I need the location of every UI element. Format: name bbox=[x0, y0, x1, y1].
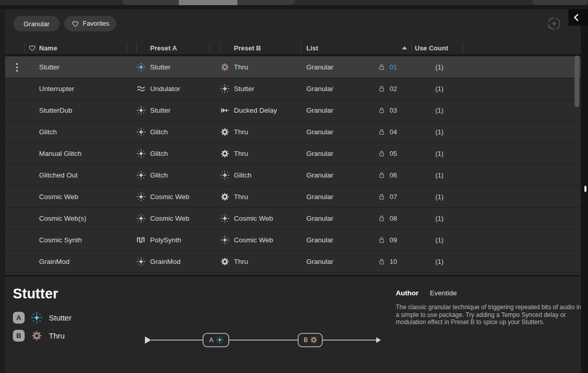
chevron-left-icon bbox=[572, 12, 582, 23]
preset-name-cell: Stutter bbox=[39, 57, 60, 78]
sort-ascending-icon[interactable] bbox=[402, 46, 407, 49]
list-cell: Granular bbox=[306, 78, 334, 99]
slot-number-cell: 09 bbox=[390, 229, 397, 251]
preset-b-cell: Thru bbox=[234, 251, 248, 272]
flow-node-b bbox=[298, 333, 322, 347]
author-label: Author bbox=[396, 289, 418, 297]
lock-icon bbox=[378, 85, 385, 92]
table-row[interactable]: Cosmic SynthPolySynthCosmic WebGranular0… bbox=[5, 229, 581, 251]
preset-b-icon-cell bbox=[220, 121, 229, 143]
preset-b-cell: Cosmic Web bbox=[234, 229, 273, 251]
filter-chip-favorites[interactable]: Favorites bbox=[64, 16, 116, 31]
row-menu-button[interactable] bbox=[11, 186, 23, 207]
slot-badge-b: B bbox=[13, 330, 25, 342]
table-row[interactable]: Manual GlitchGlitchThruGranular05(1) bbox=[5, 143, 581, 165]
flow-input-arrow bbox=[145, 336, 151, 344]
locked-cell bbox=[378, 208, 385, 229]
locked-cell bbox=[378, 165, 385, 186]
table-row[interactable]: Glitched OutGlitchGlitchGranular06(1) bbox=[5, 165, 581, 186]
row-menu-button[interactable] bbox=[11, 229, 23, 251]
header-separator bbox=[24, 43, 25, 53]
use-count-cell: (1) bbox=[435, 229, 444, 251]
locked-cell bbox=[378, 78, 385, 99]
table-row[interactable]: Cosmic WebCosmic WebThruGranular07(1) bbox=[5, 186, 581, 208]
header-separator bbox=[219, 43, 220, 53]
slot-number-cell: 06 bbox=[390, 165, 397, 186]
table-scrollbar-thumb[interactable] bbox=[575, 56, 579, 107]
top-tab-strip bbox=[0, 0, 588, 5]
row-menu-button[interactable] bbox=[11, 143, 23, 164]
list-cell: Granular bbox=[306, 143, 334, 164]
table-row[interactable]: GrainModGrainModThruGranular10(1) bbox=[5, 251, 581, 273]
sparkle-icon bbox=[137, 192, 145, 201]
row-menu-button[interactable] bbox=[11, 165, 23, 186]
slot-number-cell: 04 bbox=[390, 121, 397, 143]
list-cell: Granular bbox=[306, 251, 334, 272]
collapse-panel-button[interactable] bbox=[568, 9, 588, 26]
slot-number-cell: 01 bbox=[390, 57, 397, 78]
list-column-header[interactable]: List bbox=[306, 40, 318, 56]
view-segmented-control[interactable] bbox=[122, 0, 296, 5]
slot-preset-name: Stutter bbox=[49, 313, 71, 322]
table-row[interactable]: GlitchGlitchThruGranular04(1) bbox=[5, 121, 581, 143]
preset-b-cell: Glitch bbox=[234, 165, 252, 186]
heart-icon bbox=[28, 44, 36, 52]
row-menu-button[interactable] bbox=[11, 100, 23, 121]
preset-a-column-header[interactable]: Preset A bbox=[150, 40, 177, 56]
slot-number-cell: 05 bbox=[390, 143, 397, 164]
row-menu-button[interactable] bbox=[11, 78, 23, 99]
active-segment[interactable] bbox=[179, 0, 237, 5]
table-row[interactable]: StutterDubStutterDucked DelayGranular03(… bbox=[5, 100, 581, 121]
heart-icon bbox=[71, 20, 79, 28]
preset-b-icon-cell bbox=[220, 229, 229, 251]
name-column-header[interactable]: Name bbox=[39, 40, 57, 56]
signal-flow-svg: A B bbox=[144, 324, 384, 355]
locked-cell bbox=[378, 186, 385, 207]
detail-slot-b: BThru bbox=[13, 329, 65, 342]
preset-browser-window: GranularFavorites Name Preset A Preset B… bbox=[0, 0, 588, 373]
top-right-pill[interactable] bbox=[532, 0, 588, 5]
use-count-cell: (1) bbox=[435, 208, 444, 229]
preset-name-cell: Cosmic Synth bbox=[39, 229, 82, 251]
locked-cell bbox=[378, 100, 385, 121]
chip-label: Granular bbox=[24, 20, 50, 28]
slot-badge-a: A bbox=[13, 312, 25, 324]
preset-name-cell: Glitched Out bbox=[39, 165, 78, 186]
header-separator bbox=[411, 43, 412, 53]
sparkle-icon bbox=[137, 171, 145, 180]
preset-b-icon-cell bbox=[220, 57, 229, 78]
locked-cell bbox=[378, 143, 385, 164]
favorite-column-header[interactable] bbox=[28, 40, 36, 56]
flow-output-arrow bbox=[376, 338, 381, 343]
list-cell: Granular bbox=[306, 57, 334, 78]
table-row[interactable]: Cosmic Web(s)Cosmic WebCosmic WebGranula… bbox=[5, 208, 581, 229]
preset-b-icon-cell bbox=[220, 143, 229, 164]
preset-b-column-header[interactable]: Preset B bbox=[234, 40, 261, 56]
sparkle-icon bbox=[220, 84, 229, 93]
sparkle-icon bbox=[137, 214, 145, 223]
squarewave-icon bbox=[137, 236, 145, 244]
preset-name-cell: StutterDub bbox=[39, 100, 72, 121]
use-count-cell: (1) bbox=[435, 100, 444, 121]
row-menu-button[interactable] bbox=[11, 208, 23, 229]
author-row: Author Eventide bbox=[396, 289, 457, 297]
row-menu-button[interactable] bbox=[11, 121, 23, 143]
preset-a-cell: Glitch bbox=[150, 165, 168, 186]
preset-browser-panel: GranularFavorites Name Preset A Preset B… bbox=[5, 9, 581, 373]
row-menu-button[interactable] bbox=[11, 57, 23, 78]
locked-cell bbox=[378, 57, 385, 78]
sync-presets-button[interactable] bbox=[545, 14, 563, 33]
use-count-column-header[interactable]: Use Count bbox=[415, 40, 448, 56]
preset-a-icon-cell bbox=[137, 251, 145, 272]
table-row[interactable]: StutterStutterThruGranular01(1) bbox=[5, 57, 581, 78]
preset-b-cell: Stutter bbox=[234, 78, 254, 99]
preset-a-icon-cell bbox=[137, 165, 145, 186]
header-separator bbox=[463, 43, 463, 53]
lock-icon bbox=[378, 172, 385, 179]
gear-icon bbox=[31, 330, 42, 341]
preset-a-cell: Cosmic Web bbox=[150, 208, 189, 229]
row-menu-button[interactable] bbox=[11, 251, 23, 272]
slot-number-cell: 10 bbox=[390, 251, 397, 272]
filter-chip-granular[interactable]: Granular bbox=[13, 16, 60, 31]
table-row[interactable]: UnterrupterUndulatorStutterGranular02(1) bbox=[5, 78, 581, 100]
